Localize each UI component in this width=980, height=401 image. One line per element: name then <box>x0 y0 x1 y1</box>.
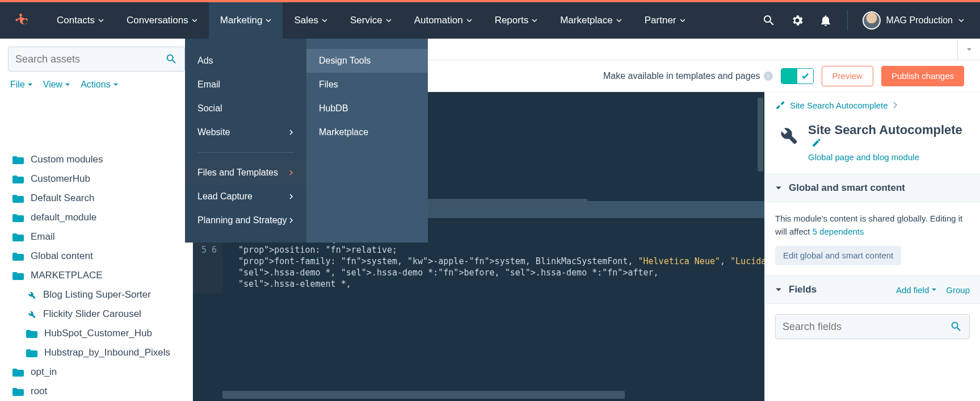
label: Publish changes <box>891 71 954 81</box>
nav-reports[interactable]: Reports <box>483 2 549 39</box>
tree-row[interactable]: Blog Listing Super-Sorter <box>0 285 192 304</box>
label: View <box>43 80 62 90</box>
dropdown-item[interactable]: Files <box>306 73 428 97</box>
tree-row[interactable]: root <box>0 382 192 401</box>
nav-service[interactable]: Service <box>339 2 403 39</box>
tree-row[interactable]: Custom modules <box>0 150 192 169</box>
pencil-icon[interactable] <box>811 137 822 148</box>
bell-icon[interactable] <box>819 14 832 27</box>
nav-partner[interactable]: Partner <box>633 2 697 39</box>
label: Add field <box>896 285 929 295</box>
search-icon[interactable] <box>165 53 178 65</box>
dropdown-item[interactable]: Planning and Strategy <box>185 208 306 232</box>
account-switcher[interactable]: MAG Production <box>863 11 964 30</box>
tree-row[interactable]: Default Search <box>0 189 192 208</box>
dropdown-item[interactable]: Social <box>185 97 306 120</box>
avatar <box>863 11 881 30</box>
folder-icon <box>26 348 37 357</box>
tree-label: Global content <box>31 250 93 262</box>
file-menu-actions[interactable]: Actions <box>81 80 118 90</box>
nav-label: Conversations <box>127 15 188 26</box>
file-menu-view[interactable]: View <box>43 80 70 90</box>
chevron-down-icon <box>616 18 622 23</box>
dependents-link[interactable]: 5 dependents <box>813 227 864 236</box>
search-icon[interactable] <box>762 14 776 27</box>
section-title: Global and smart content <box>789 182 905 194</box>
hubspot-logo[interactable] <box>0 12 45 28</box>
preview-button[interactable]: Preview <box>822 66 873 86</box>
group-button[interactable]: Group <box>946 285 970 295</box>
tree-row[interactable]: CustomerHub <box>0 169 192 189</box>
chevron-down-icon <box>386 18 392 23</box>
dropdown-item[interactable]: Files and Templates <box>185 161 306 185</box>
fields-search-input[interactable] <box>783 321 950 333</box>
section-global-body: This module's content is shared globally… <box>765 202 980 275</box>
tree-row[interactable]: MARKETPLACE <box>0 266 192 285</box>
tree-row[interactable]: Global content <box>0 247 192 266</box>
nav-contacts[interactable]: Contacts <box>45 2 115 39</box>
availability-label: Make available in templates and pages i <box>603 71 773 81</box>
tree-row[interactable]: opt_in <box>0 362 192 382</box>
dropdown-item[interactable]: HubDB <box>306 97 428 120</box>
nav-automation[interactable]: Automation <box>403 2 483 39</box>
chevron-down-icon <box>532 18 537 23</box>
nav-label: Marketplace <box>560 15 613 26</box>
toggle-on <box>781 69 797 83</box>
dropdown-item[interactable]: Ads <box>185 49 306 73</box>
nav-sales[interactable]: Sales <box>283 2 339 39</box>
label: Ads <box>197 56 213 66</box>
dropdown-item[interactable]: Design Tools <box>306 49 428 73</box>
file-menu: File View Actions <box>0 77 193 95</box>
tree-row[interactable]: Email <box>0 227 192 247</box>
dropdown-item[interactable]: Marketplace <box>306 120 428 144</box>
chevron-down-icon <box>775 185 782 191</box>
nav-marketing[interactable]: Marketing <box>209 2 283 39</box>
publish-button[interactable]: Publish changes <box>881 66 964 86</box>
section-fields[interactable]: Fields Add field Group <box>765 275 980 304</box>
asset-search[interactable] <box>8 47 185 72</box>
info-icon[interactable]: i <box>764 72 773 81</box>
file-menu-file[interactable]: File <box>10 80 33 90</box>
section-global-content[interactable]: Global and smart content <box>765 174 980 202</box>
folder-icon <box>12 367 24 377</box>
fields-search[interactable] <box>775 314 970 339</box>
dropdown-item[interactable]: Website <box>185 120 306 144</box>
chevron-down-icon <box>98 18 104 23</box>
top-navigation: Contacts Conversations Marketing Sales S… <box>0 2 980 39</box>
breadcrumb[interactable]: Site Search Autocomplete <box>765 92 980 118</box>
chevron-right-icon <box>288 130 294 135</box>
nav-marketplace[interactable]: Marketplace <box>549 2 633 39</box>
chevron-right-icon <box>288 218 294 223</box>
edit-global-button[interactable]: Edit global and smart content <box>775 246 901 265</box>
separator <box>197 152 294 153</box>
folder-icon <box>12 252 24 261</box>
nav-label: Automation <box>414 15 463 26</box>
dropdown-item[interactable]: Lead Capture <box>185 185 306 208</box>
tree-row[interactable]: Flickity Slider Carousel <box>0 304 192 324</box>
search-icon[interactable] <box>950 320 962 333</box>
inspector-panel: Site Search Autocomplete Site Search Aut… <box>764 92 980 401</box>
dropdown-col-2: Design ToolsFilesHubDBMarketplace <box>306 39 428 243</box>
dropdown-item[interactable]: Email <box>185 73 306 97</box>
label: HubDB <box>319 103 348 114</box>
availability-toggle[interactable] <box>781 68 814 84</box>
tree-row[interactable]: HubSpot_Customer_Hub <box>0 324 192 343</box>
add-field-button[interactable]: Add field <box>896 285 937 295</box>
search-input[interactable] <box>15 53 161 65</box>
marketing-dropdown: AdsEmailSocialWebsiteFiles and Templates… <box>185 39 428 243</box>
nav-label: Sales <box>294 15 318 26</box>
tree-row[interactable]: default_module <box>0 208 192 227</box>
section-title: Fields <box>789 284 817 295</box>
module-scope[interactable]: Global page and blog module <box>808 152 919 162</box>
subheader-dropdown[interactable] <box>957 39 980 60</box>
gear-icon[interactable] <box>790 14 804 27</box>
label: Planning and Strategy <box>197 215 287 225</box>
tree-label: opt_in <box>31 366 57 378</box>
nav-conversations[interactable]: Conversations <box>115 2 209 39</box>
check-icon <box>801 72 809 80</box>
tree-row[interactable]: Hubstrap_by_Inbound_Pixels <box>0 343 192 362</box>
scrollbar-vertical[interactable] <box>758 98 763 172</box>
scrollbar-horizontal[interactable] <box>222 391 759 399</box>
chevron-right-icon <box>893 102 897 108</box>
folder-icon <box>12 387 24 396</box>
